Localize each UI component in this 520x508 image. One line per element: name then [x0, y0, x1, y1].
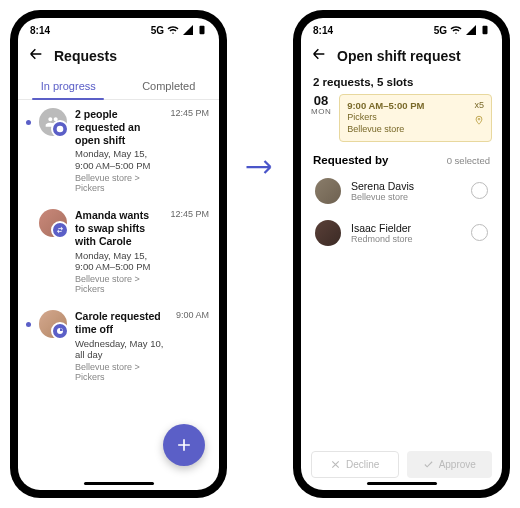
- avatar: [39, 209, 67, 237]
- tabs: In progress Completed: [18, 72, 219, 100]
- shift-count: x5: [474, 100, 484, 112]
- decline-label: Decline: [346, 459, 379, 470]
- shift-store: Bellevue store: [347, 124, 484, 136]
- page-title: Requests: [54, 48, 117, 64]
- person-row[interactable]: Serena Davis Bellevue store: [301, 170, 502, 212]
- request-time: 9:00 AM: [176, 310, 209, 320]
- selected-count: 0 selected: [447, 155, 490, 166]
- signal-icon: [465, 24, 477, 36]
- tab-in-progress[interactable]: In progress: [18, 72, 119, 99]
- status-time: 8:14: [30, 25, 50, 36]
- approve-label: Approve: [439, 459, 476, 470]
- request-item[interactable]: 2 people requested an open shift Monday,…: [18, 100, 219, 201]
- location-pin-icon: [474, 115, 484, 129]
- swap-badge-icon: [51, 221, 69, 239]
- select-radio[interactable]: [471, 182, 488, 199]
- home-indicator: [84, 482, 154, 485]
- request-title: Amanda wants to swap shifts with Carole: [75, 209, 158, 248]
- network-label: 5G: [434, 25, 447, 36]
- network-label: 5G: [151, 25, 164, 36]
- check-icon: [423, 459, 434, 470]
- svg-point-3: [478, 118, 480, 120]
- battery-icon: [480, 24, 490, 36]
- back-icon[interactable]: [311, 46, 327, 66]
- tab-completed[interactable]: Completed: [119, 72, 220, 99]
- request-item[interactable]: Amanda wants to swap shifts with Carole …: [18, 201, 219, 302]
- svg-rect-2: [483, 26, 488, 34]
- request-body: 2 people requested an open shift Monday,…: [75, 108, 158, 193]
- page-title: Open shift request: [337, 48, 461, 64]
- request-subtitle: Monday, May 15, 9:00 AM–5:00 PM: [75, 148, 158, 172]
- status-time: 8:14: [313, 25, 333, 36]
- shift-card[interactable]: 9:00 AM–5:00 PM Pickers Bellevue store x…: [339, 94, 492, 142]
- status-right: 5G: [151, 24, 207, 36]
- shift-time: 9:00 AM–5:00 PM: [347, 100, 484, 112]
- add-button[interactable]: [163, 424, 205, 466]
- status-right: 5G: [434, 24, 490, 36]
- request-time: 12:45 PM: [170, 209, 209, 219]
- request-breadcrumb: Bellevue store > Pickers: [75, 173, 158, 193]
- shift-row: 08 MON 9:00 AM–5:00 PM Pickers Bellevue …: [301, 94, 502, 144]
- request-subtitle: Monday, May 15, 9:00 AM–5:00 PM: [75, 250, 158, 274]
- screen-left: 8:14 5G Requests In progress Completed: [18, 18, 219, 490]
- date-day: MON: [311, 107, 331, 116]
- request-body: Carole requested time off Wednesday, May…: [75, 310, 164, 382]
- signal-icon: [182, 24, 194, 36]
- person-row[interactable]: Isaac Fielder Redmond store: [301, 212, 502, 254]
- request-breadcrumb: Bellevue store > Pickers: [75, 274, 158, 294]
- person-info: Serena Davis Bellevue store: [351, 180, 461, 202]
- app-bar: Requests: [18, 40, 219, 72]
- avatar: [39, 310, 67, 338]
- request-title: 2 people requested an open shift: [75, 108, 158, 147]
- person-avatar-icon: [315, 220, 341, 246]
- requested-by-header: Requested by 0 selected: [301, 144, 502, 170]
- person-store: Redmond store: [351, 234, 461, 244]
- wifi-icon: [167, 24, 179, 36]
- approve-button[interactable]: Approve: [407, 451, 493, 478]
- unread-dot: [26, 322, 31, 327]
- requested-by-label: Requested by: [313, 154, 388, 166]
- svg-rect-0: [200, 26, 205, 34]
- date-number: 08: [311, 94, 331, 107]
- summary-text: 2 requests, 5 slots: [301, 72, 502, 94]
- request-subtitle: Wednesday, May 10, all day: [75, 338, 164, 362]
- plus-icon: [174, 435, 194, 455]
- request-body: Amanda wants to swap shifts with Carole …: [75, 209, 158, 294]
- date-block: 08 MON: [311, 94, 331, 116]
- unread-dot: [26, 120, 31, 125]
- person-name: Serena Davis: [351, 180, 461, 192]
- open-shift-badge-icon: [51, 120, 69, 138]
- back-icon[interactable]: [28, 46, 44, 66]
- request-item[interactable]: Carole requested time off Wednesday, May…: [18, 302, 219, 390]
- app-bar: Open shift request: [301, 40, 502, 72]
- request-breadcrumb: Bellevue store > Pickers: [75, 362, 164, 382]
- person-avatar-icon: [315, 178, 341, 204]
- close-icon: [330, 459, 341, 470]
- screen-right: 8:14 5G Open shift request 2 requests, 5…: [301, 18, 502, 490]
- timeoff-badge-icon: [51, 322, 69, 340]
- decline-button[interactable]: Decline: [311, 451, 399, 478]
- select-radio[interactable]: [471, 224, 488, 241]
- battery-icon: [197, 24, 207, 36]
- wifi-icon: [450, 24, 462, 36]
- status-bar: 8:14 5G: [18, 18, 219, 40]
- person-name: Isaac Fielder: [351, 222, 461, 234]
- phone-right: 8:14 5G Open shift request 2 requests, 5…: [293, 10, 510, 498]
- shift-group: Pickers: [347, 112, 484, 124]
- phone-left: 8:14 5G Requests In progress Completed: [10, 10, 227, 498]
- flow-arrow-icon: [245, 157, 275, 181]
- request-time: 12:45 PM: [170, 108, 209, 118]
- person-store: Bellevue store: [351, 192, 461, 202]
- person-info: Isaac Fielder Redmond store: [351, 222, 461, 244]
- status-bar: 8:14 5G: [301, 18, 502, 40]
- request-title: Carole requested time off: [75, 310, 164, 336]
- home-indicator: [367, 482, 437, 485]
- avatar: [39, 108, 67, 136]
